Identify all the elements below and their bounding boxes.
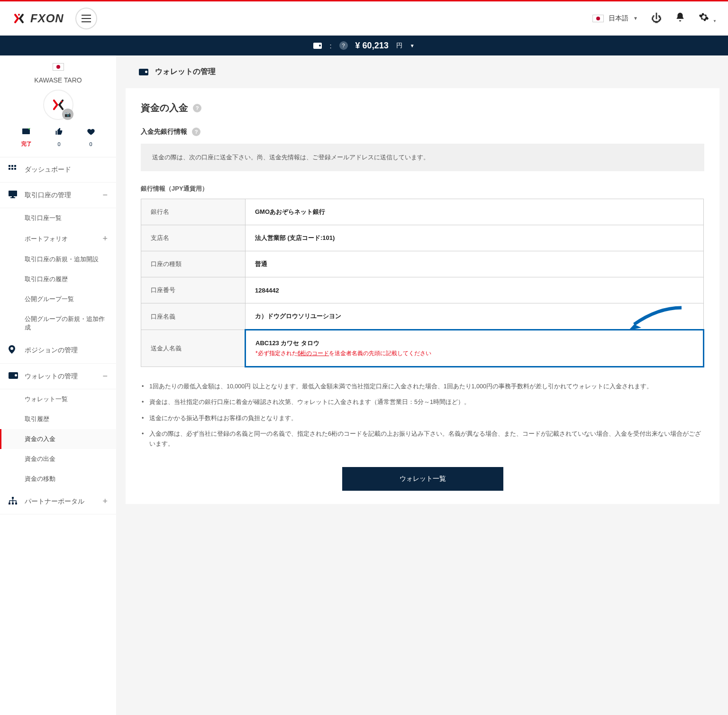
svg-rect-14 [12, 503, 14, 504]
logo-icon [11, 11, 27, 26]
wallet-icon [313, 43, 322, 49]
sidebar-item-partner[interactable]: パートナーポータル + [0, 489, 116, 514]
sidebar-sub-public-groups[interactable]: 公開グループ一覧 [0, 289, 116, 309]
user-name: KAWASE TARO [6, 76, 110, 84]
main-content: ウォレットの管理 資金の入金 ? 入金先銀行情報 ? 送金の際は、次の口座に送金… [116, 55, 728, 715]
help-icon[interactable]: ? [193, 104, 201, 112]
value-number: 1284442 [246, 277, 704, 303]
sidebar-item-dashboard[interactable]: ダッシュボード [0, 157, 116, 183]
logo[interactable]: FXON [11, 11, 64, 26]
sidebar: KAWASE TARO 📷 完了 0 [0, 55, 116, 715]
balance-amount: ¥ 60,213 [355, 41, 389, 51]
user-flag-icon [53, 63, 64, 71]
gear-icon[interactable]: ▼ [699, 12, 717, 25]
balance-separator: : [329, 42, 331, 50]
value-bank-name: GMOあおぞらネット銀行 [246, 199, 704, 225]
sidebar-sub-public-groups-new[interactable]: 公開グループの新規・追加作成 [0, 309, 116, 338]
grid-icon [9, 165, 18, 174]
sidebar-item-wallet[interactable]: ウォレットの管理 − [0, 364, 116, 389]
list-item: 資金は、当社指定の銀行口座に着金が確認され次第、ウォレットに入金されます（通常営… [141, 394, 704, 410]
header: FXON 日本語 ▼ ⏻ ▼ [0, 1, 728, 36]
collapse-icon: − [102, 371, 108, 381]
thumbs-up-icon [55, 128, 64, 138]
stat-like[interactable]: 0 [55, 128, 64, 147]
label-holder: 口座名義 [141, 303, 246, 330]
svg-rect-10 [12, 196, 14, 197]
svg-rect-13 [9, 503, 10, 504]
power-icon[interactable]: ⏻ [651, 12, 662, 25]
collapse-icon: − [102, 190, 108, 200]
page-breadcrumb: ウォレットの管理 [126, 55, 728, 88]
avatar[interactable]: 📷 [43, 90, 73, 120]
sidebar-sub-transfer[interactable]: 資金の移動 [0, 469, 116, 489]
value-sender: ABC123 カワセ タロウ *必ず指定された6桁のコードを送金者名義の先頭に記… [246, 330, 704, 367]
logo-text: FXON [30, 12, 64, 25]
sidebar-sub-account-new[interactable]: 取引口座の新規・追加開設 [0, 249, 116, 269]
list-item: 送金にかかる振込手数料はお客様の負担となります。 [141, 411, 704, 426]
chevron-down-icon[interactable]: ▼ [410, 43, 415, 48]
wallet-list-button[interactable]: ウォレット一覧 [342, 467, 503, 491]
sub-title: 入金先銀行情報 ? [141, 128, 704, 136]
table-row: 口座名義カ）ドウグロウソリユーシヨン [141, 303, 704, 330]
sitemap-icon [9, 497, 18, 506]
label-sender: 送金人名義 [141, 330, 246, 367]
value-holder: カ）ドウグロウソリユーシヨン [246, 303, 704, 330]
heart-icon [87, 128, 95, 138]
expand-icon: + [102, 234, 108, 244]
sidebar-item-position[interactable]: ポジションの管理 [0, 338, 116, 364]
svg-point-1 [61, 101, 62, 102]
hamburger-icon [82, 15, 91, 22]
sidebar-item-account[interactable]: 取引口座の管理 − [0, 183, 116, 208]
label-branch: 支店名 [141, 225, 246, 251]
chevron-down-icon: ▼ [633, 16, 638, 21]
sidebar-sub-account-list[interactable]: 取引口座一覧 [0, 208, 116, 228]
content-card: 資金の入金 ? 入金先銀行情報 ? 送金の際は、次の口座に送金下さい。尚、送金先… [126, 88, 719, 504]
label-bank-name: 銀行名 [141, 199, 246, 225]
bell-icon[interactable] [675, 12, 685, 25]
balance-currency: 円 [396, 41, 402, 50]
help-icon[interactable]: ? [192, 128, 200, 136]
sidebar-sub-portfolio[interactable]: ポートフォリオ+ [0, 228, 116, 249]
help-icon[interactable]: ? [339, 41, 348, 50]
sidebar-sub-account-history[interactable]: 取引口座の履歴 [0, 269, 116, 289]
sidebar-sub-deposit[interactable]: 資金の入金 [0, 429, 116, 449]
table-row: 銀行名GMOあおぞらネット銀行 [141, 199, 704, 225]
wallet-icon [9, 372, 18, 381]
table-caption: 銀行情報（JPY通貨用） [141, 184, 704, 193]
language-label: 日本語 [609, 14, 628, 23]
page-title: 資金の入金 ? [141, 101, 704, 114]
svg-rect-2 [22, 128, 30, 134]
label-number: 口座番号 [141, 277, 246, 303]
svg-rect-11 [10, 197, 15, 198]
menu-toggle-button[interactable] [75, 8, 97, 29]
svg-point-0 [18, 14, 20, 16]
stat-complete[interactable]: 完了 [21, 128, 32, 147]
svg-rect-6 [9, 168, 10, 170]
info-note: 送金の際は、次の口座に送金下さい。尚、送金先情報は、ご登録メールアドレスに送信し… [141, 144, 704, 171]
monitor-icon [9, 191, 18, 200]
list-item: 1回あたりの最低入金額は、10,000円 以上となります。最低入金額未満で当社指… [141, 379, 704, 394]
bank-info-table: 銀行名GMOあおぞらネット銀行 支店名法人営業部 (支店コード:101) 口座の… [141, 199, 704, 367]
sidebar-sub-wallet-list[interactable]: ウォレット一覧 [0, 389, 116, 409]
user-card: KAWASE TARO 📷 完了 0 [0, 55, 116, 157]
value-type: 普通 [246, 251, 704, 277]
svg-rect-15 [15, 503, 17, 504]
svg-rect-9 [9, 191, 17, 196]
svg-rect-12 [12, 497, 14, 499]
sidebar-sub-withdraw[interactable]: 資金の出金 [0, 449, 116, 469]
flag-jp-icon [592, 15, 604, 22]
badge-icon [22, 128, 31, 138]
svg-rect-8 [14, 168, 16, 170]
table-row: 支店名法人営業部 (支店コード:101) [141, 225, 704, 251]
label-type: 口座の種類 [141, 251, 246, 277]
list-item: 入金の際は、必ず当社に登録の名義と同一の名義で、指定された6桁のコードを記載の上… [141, 426, 704, 452]
svg-rect-3 [9, 165, 10, 167]
stat-heart[interactable]: 0 [87, 128, 95, 147]
language-selector[interactable]: 日本語 ▼ [592, 14, 638, 23]
sidebar-sub-trade-history[interactable]: 取引履歴 [0, 409, 116, 429]
camera-icon[interactable]: 📷 [62, 109, 73, 120]
svg-rect-5 [14, 165, 16, 167]
table-row: 送金人名義 ABC123 カワセ タロウ *必ず指定された6桁のコードを送金者名… [141, 330, 704, 367]
deposit-notes: 1回あたりの最低入金額は、10,000円 以上となります。最低入金額未満で当社指… [141, 379, 704, 452]
table-row: 口座の種類普通 [141, 251, 704, 277]
